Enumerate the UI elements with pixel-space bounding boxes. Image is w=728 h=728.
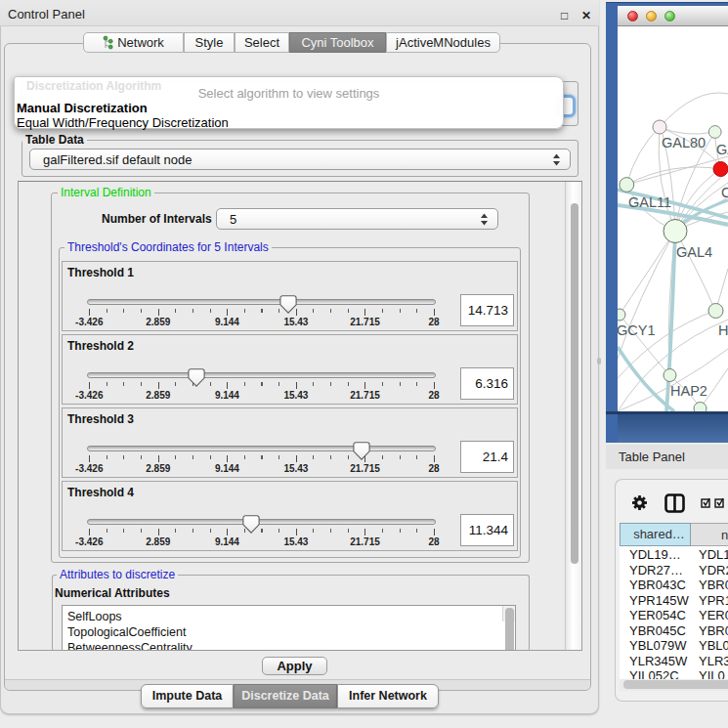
svg-text:C: C bbox=[721, 185, 728, 200]
svg-text:GAL4: GAL4 bbox=[676, 244, 712, 260]
svg-text:GCY1: GCY1 bbox=[618, 322, 656, 338]
svg-text:GAL11: GAL11 bbox=[628, 194, 671, 210]
svg-text:HAP2: HAP2 bbox=[670, 383, 707, 399]
svg-text:GAL80: GAL80 bbox=[662, 135, 706, 150]
svg-text:H: H bbox=[718, 322, 728, 338]
svg-text:GA: GA bbox=[716, 142, 728, 157]
